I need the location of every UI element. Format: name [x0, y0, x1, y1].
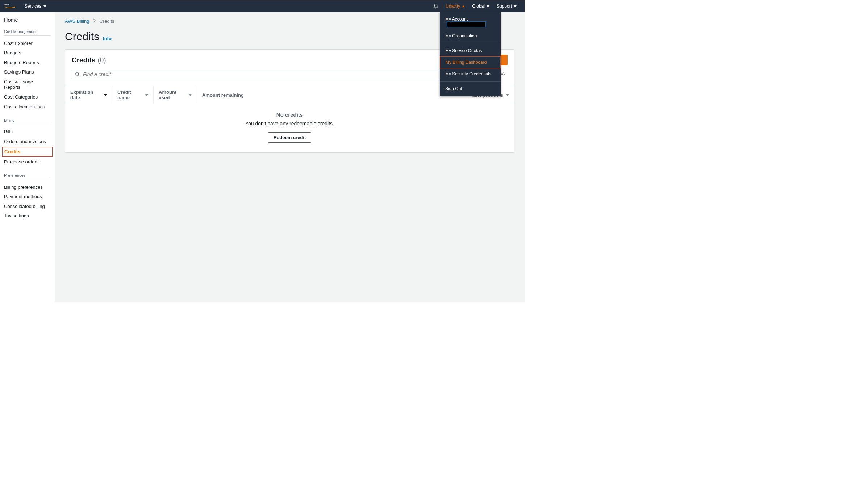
chevron-down-icon	[514, 5, 517, 7]
services-menu[interactable]: Services	[22, 4, 49, 9]
sidebar-item-consolidated-billing[interactable]: Consolidated billing	[4, 201, 51, 211]
dropdown-group: My Account ████████████ My Organization	[440, 12, 501, 43]
dropdown-group: My Service Quotas My Billing Dashboard M…	[440, 43, 501, 82]
sidebar-item-budgets-reports[interactable]: Budgets Reports	[4, 58, 51, 67]
sidebar-item-orders-invoices[interactable]: Orders and invoices	[4, 137, 51, 146]
empty-title: No credits	[65, 112, 514, 118]
breadcrumb-current: Credits	[99, 18, 114, 24]
sort-desc-icon	[104, 94, 107, 96]
empty-subtitle: You don't have any redeemable credits.	[65, 121, 514, 126]
chevron-down-icon	[487, 5, 489, 7]
support-label: Support	[497, 4, 512, 9]
dropdown-item-label: My Account	[445, 17, 468, 22]
sidebar-item-budgets[interactable]: Budgets	[4, 48, 51, 58]
column-header-credit-name[interactable]: Credit name	[112, 86, 154, 104]
account-menu[interactable]: Udacity	[442, 4, 468, 9]
sidebar-section-title: Cost Management	[4, 29, 51, 36]
column-label: Credit name	[117, 89, 142, 100]
empty-redeem-button[interactable]: Redeem credit	[268, 132, 312, 143]
column-label: Amount used	[159, 89, 186, 100]
sidebar: Home Cost Management Cost Explorer Budge…	[0, 12, 55, 302]
dropdown-item-sign-out[interactable]: Sign Out	[440, 83, 501, 95]
svg-point-4	[76, 72, 79, 75]
column-header-expiration[interactable]: Expiration date	[65, 86, 112, 104]
sort-icon	[189, 94, 192, 96]
svg-text:aws: aws	[4, 3, 9, 6]
sidebar-item-payment-methods[interactable]: Payment methods	[4, 192, 51, 202]
dropdown-item-my-organization[interactable]: My Organization	[440, 30, 501, 42]
breadcrumb-root[interactable]: AWS Billing	[65, 18, 89, 24]
search-icon	[75, 72, 80, 77]
svg-line-5	[78, 75, 80, 76]
panel-count: (0)	[97, 56, 106, 64]
sort-icon	[506, 94, 509, 96]
sidebar-item-bills[interactable]: Bills	[4, 127, 51, 137]
region-label: Global	[472, 4, 485, 9]
sidebar-section-preferences: Preferences Billing preferences Payment …	[4, 173, 51, 221]
notifications-button[interactable]	[430, 4, 442, 9]
dropdown-item-billing-dashboard[interactable]: My Billing Dashboard	[440, 56, 501, 68]
sidebar-section-title: Preferences	[4, 173, 51, 179]
sidebar-item-purchase-orders[interactable]: Purchase orders	[4, 157, 51, 167]
info-link[interactable]: Info	[103, 36, 112, 41]
column-label: Amount remaining	[202, 92, 244, 98]
sort-icon	[145, 94, 148, 96]
account-number-masked: ████████████	[447, 21, 486, 27]
dropdown-item-my-account[interactable]: My Account ████████████	[440, 13, 501, 30]
sidebar-item-savings-plans[interactable]: Savings Plans	[4, 67, 51, 77]
region-menu[interactable]: Global	[468, 4, 493, 9]
sidebar-item-tax-settings[interactable]: Tax settings	[4, 211, 51, 221]
account-dropdown: My Account ████████████ My Organization …	[440, 12, 501, 96]
sidebar-item-cost-explorer[interactable]: Cost Explorer	[4, 38, 51, 48]
sidebar-item-credits[interactable]: Credits	[2, 147, 53, 157]
sidebar-section-cost-management: Cost Management Cost Explorer Budgets Bu…	[4, 29, 51, 112]
svg-point-6	[501, 74, 503, 75]
bell-icon	[433, 4, 438, 9]
search-input[interactable]	[83, 71, 465, 77]
chevron-up-icon	[462, 5, 465, 7]
search-input-container[interactable]	[72, 70, 468, 79]
dropdown-item-service-quotas[interactable]: My Service Quotas	[440, 45, 501, 57]
sidebar-item-cost-allocation-tags[interactable]: Cost allocation tags	[4, 102, 51, 112]
top-nav: aws Services Udacity Global Support	[0, 0, 525, 12]
sidebar-home[interactable]: Home	[4, 17, 51, 23]
sidebar-item-cost-usage-reports[interactable]: Cost & Usage Reports	[4, 77, 51, 92]
column-header-amount-used[interactable]: Amount used	[154, 86, 197, 104]
sidebar-section-billing: Billing Bills Orders and invoices Credit…	[4, 118, 51, 167]
page-title: Credits	[65, 30, 99, 43]
sidebar-section-title: Billing	[4, 118, 51, 124]
support-menu[interactable]: Support	[493, 4, 520, 9]
panel-title: Credits	[72, 56, 95, 64]
empty-state: No credits You don't have any redeemable…	[65, 104, 514, 152]
chevron-down-icon	[43, 5, 46, 7]
sidebar-item-billing-preferences[interactable]: Billing preferences	[4, 182, 51, 192]
aws-logo[interactable]: aws	[4, 3, 15, 9]
chevron-right-icon	[93, 18, 96, 24]
dropdown-group: Sign Out	[440, 82, 501, 96]
services-label: Services	[25, 4, 41, 9]
account-label: Udacity	[446, 4, 460, 9]
sidebar-item-cost-categories[interactable]: Cost Categories	[4, 92, 51, 102]
dropdown-item-security-credentials[interactable]: My Security Credentials	[440, 68, 501, 80]
column-header-amount-remaining[interactable]: Amount remaining	[197, 86, 467, 104]
column-label: Expiration date	[70, 89, 101, 100]
